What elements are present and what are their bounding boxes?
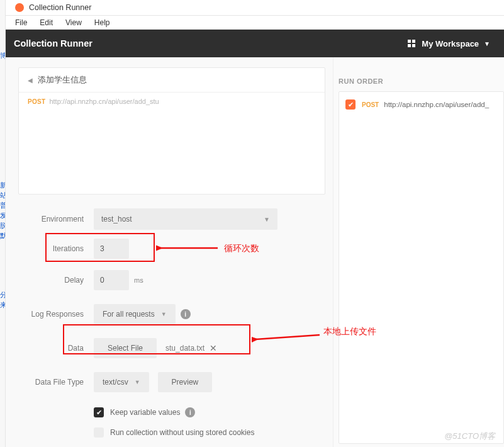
row-data: Data Select File stu_data.txt ✕ — [18, 338, 325, 358]
grid-icon — [408, 40, 415, 47]
opt-keep-vars-label: Keep variable values — [110, 408, 180, 417]
main-panel: ◀ 添加学生信息 POST http://api.nnzhp.cn/api/us… — [6, 57, 333, 447]
request-method: POST — [28, 98, 45, 105]
chevron-down-icon: ▼ — [484, 40, 490, 47]
info-icon[interactable]: i — [181, 309, 191, 319]
run-method: POST — [362, 101, 379, 108]
run-order-item[interactable]: ✔ POST http://api.nnzhp.cn/api/user/add_ — [339, 92, 503, 117]
delay-units: ms — [134, 276, 143, 284]
chevron-down-icon: ▼ — [264, 216, 270, 223]
environment-value: test_host — [101, 215, 132, 224]
data-file-type-select[interactable]: text/csv ▼ — [94, 372, 149, 392]
titlebar: Collection Runner — [0, 0, 504, 16]
run-check-icon[interactable]: ✔ — [345, 99, 356, 110]
label-log-responses: Log Responses — [18, 310, 94, 319]
select-file-button[interactable]: Select File — [94, 338, 157, 358]
request-url: http://api.nnzhp.cn/api/user/add_stu — [49, 98, 159, 105]
label-iterations: Iterations — [18, 244, 94, 253]
chevron-left-icon: ◀ — [28, 77, 33, 84]
collection-header[interactable]: ◀ 添加学生信息 — [19, 68, 325, 93]
annotation-label-iterations: 循环次数 — [224, 243, 259, 254]
workspace-switcher[interactable]: My Workspace ▼ — [408, 39, 490, 48]
workspace-name: My Workspace — [422, 39, 479, 48]
row-environment: Environment test_host ▼ — [18, 208, 325, 230]
app-icon — [15, 3, 24, 12]
page-title: Collection Runner — [14, 38, 92, 48]
preview-button[interactable]: Preview — [158, 372, 213, 392]
collection-name: 添加学生信息 — [38, 74, 87, 86]
watermark: @51CTO博客 — [444, 431, 495, 442]
workspace-header: Collection Runner My Workspace ▼ — [0, 30, 504, 57]
left-cutoff-strip: 博 新 站 普 发 脱 默 分 来 — [0, 0, 6, 447]
checkbox-no-cookies[interactable] — [94, 427, 104, 438]
environment-select[interactable]: test_host ▼ — [94, 208, 277, 230]
collection-card: ◀ 添加学生信息 POST http://api.nnzhp.cn/api/us… — [18, 67, 325, 195]
data-filename: stu_data.txt — [165, 344, 204, 353]
run-url: http://api.nnzhp.cn/api/user/add_ — [384, 101, 489, 108]
opt-no-cookies[interactable]: Run collection without using stored cook… — [94, 427, 325, 438]
run-order-card: ✔ POST http://api.nnzhp.cn/api/user/add_ — [339, 91, 504, 444]
row-delay: Delay ms — [18, 270, 325, 290]
annotation-label-data: 本地上传文件 — [323, 326, 376, 337]
label-environment: Environment — [18, 215, 94, 224]
menu-file[interactable]: File — [9, 18, 33, 27]
checkbox-keep-vars[interactable]: ✔ — [94, 407, 104, 417]
opt-keep-vars[interactable]: ✔ Keep variable values i — [94, 407, 325, 417]
menu-help[interactable]: Help — [88, 18, 116, 27]
side-panel: RUN ORDER ✔ POST http://api.nnzhp.cn/api… — [333, 57, 504, 447]
clear-file-button[interactable]: ✕ — [210, 343, 217, 353]
iterations-input[interactable] — [94, 239, 129, 259]
row-log-responses: Log Responses For all requests ▼ i — [18, 304, 325, 324]
menu-edit[interactable]: Edit — [33, 18, 59, 27]
delay-input[interactable] — [94, 270, 129, 290]
label-delay: Delay — [18, 276, 94, 285]
row-data-file-type: Data File Type text/csv ▼ Preview — [18, 372, 325, 392]
label-dft: Data File Type — [18, 378, 94, 387]
chevron-down-icon: ▼ — [135, 379, 140, 385]
chevron-down-icon: ▼ — [161, 311, 167, 317]
run-order-heading: RUN ORDER — [333, 77, 504, 91]
window-title: Collection Runner — [29, 3, 91, 12]
opt-no-cookies-label: Run collection without using stored cook… — [110, 428, 254, 437]
menu-view[interactable]: View — [59, 18, 88, 27]
info-icon[interactable]: i — [185, 407, 195, 417]
row-iterations: Iterations — [18, 239, 325, 259]
request-row[interactable]: POST http://api.nnzhp.cn/api/user/add_st… — [19, 93, 325, 110]
log-responses-select[interactable]: For all requests ▼ — [94, 304, 176, 324]
label-data: Data — [18, 344, 94, 353]
dft-value: text/csv — [103, 378, 128, 387]
log-responses-value: For all requests — [103, 310, 155, 319]
menubar: File Edit View Help — [0, 16, 504, 30]
